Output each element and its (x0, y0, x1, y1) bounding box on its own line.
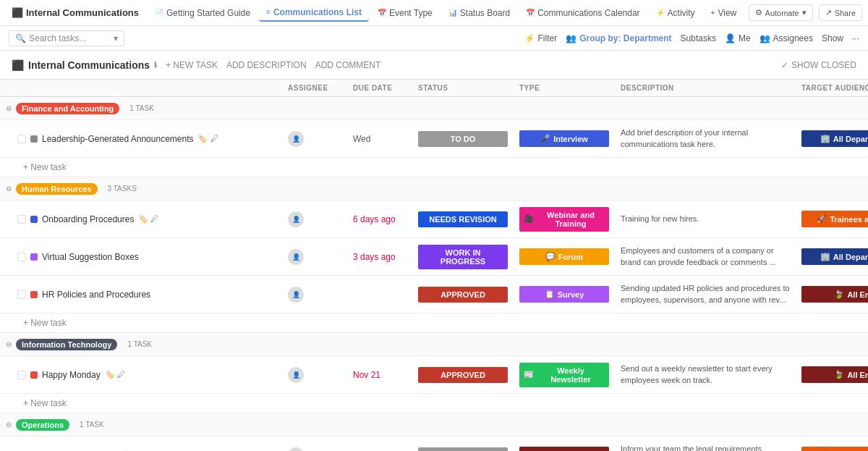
task-type-badge-t5[interactable]: 📰Weekly Newsletter (519, 363, 609, 387)
me-button[interactable]: 👤 Me (725, 33, 751, 43)
task-row-t5[interactable]: Happy Monday 🏷️ 🖊 👤 Nov 21 APPROVED 📰Wee… (0, 356, 868, 394)
new-task-button-finance[interactable]: + New task (0, 158, 868, 177)
main-table: ASSIGNEE DUE DATE STATUS TYPE DESCRIPTIO… (0, 80, 868, 451)
task-color-dot-t3 (30, 253, 38, 261)
task-name-t4[interactable]: HR Policies and Procedures (42, 290, 150, 300)
page-title-text: Internal Communications (28, 59, 150, 71)
nav-tab-icon-list: ≡ (266, 8, 271, 16)
nav-tab-calendar[interactable]: 📅Communications Calendar (519, 5, 647, 21)
task-target-cell-t5: 🍃All Employees (796, 363, 868, 386)
task-row-t2[interactable]: Onboarding Procedures 🏷️ 🖊 👤 6 days ago … (0, 201, 868, 238)
col-type: TYPE (514, 80, 615, 96)
me-label: Me (739, 33, 751, 43)
group-task-count-finance: 1 TASK (129, 104, 154, 112)
task-status-cell-t3: WORK IN PROGRESS (412, 242, 514, 272)
task-target-badge-t4[interactable]: 🍃All Employees (801, 286, 868, 303)
task-description-t1: Add brief description of your internal c… (615, 125, 796, 153)
task-target-cell-t1: 🏢All Department Heads (796, 127, 868, 150)
task-assignee-t1: 👤 (282, 128, 347, 150)
task-name-cell-t6: Legal Requirements 🏷️ 🖊 (0, 447, 282, 452)
show-button[interactable]: Show (822, 33, 843, 43)
task-name-t5[interactable]: Happy Monday (42, 370, 101, 380)
assignees-label: Assignees (773, 33, 813, 43)
nav-tab-icon-view: + (711, 9, 715, 17)
add-description-action[interactable]: ADD DESCRIPTION (226, 60, 307, 70)
more-icon: ··· (852, 33, 859, 43)
task-target-badge-t1[interactable]: 🏢All Department Heads (801, 130, 868, 147)
task-icons-t2: 🏷️ 🖊 (138, 214, 158, 224)
task-checkbox-t3[interactable] (17, 253, 26, 261)
me-icon: 👤 (725, 33, 736, 43)
task-icons-t5: 🏷️ 🖊 (105, 370, 125, 379)
group-collapse-ops[interactable]: ⊖ (6, 421, 12, 429)
nav-tab-label-calendar: Communications Calendar (537, 8, 639, 18)
task-checkbox-t4[interactable] (17, 290, 26, 299)
task-target-badge-t3[interactable]: 🏢All Department Heads (801, 248, 868, 265)
nav-tab-view[interactable]: +View (704, 5, 744, 21)
filter-button[interactable]: ⚡ Filter (524, 33, 558, 43)
add-comment-action[interactable]: ADD COMMENT (315, 60, 381, 70)
show-closed-toggle[interactable]: ✓ SHOW CLOSED (781, 60, 856, 70)
task-type-badge-t3[interactable]: 💬Forum (519, 248, 609, 265)
task-target-badge-t5[interactable]: 🍃All Employees (801, 366, 868, 383)
type-icon-t4: 📋 (545, 290, 555, 299)
task-checkbox-t1[interactable] (17, 135, 26, 143)
task-name-t2[interactable]: Onboarding Procedures (42, 214, 134, 224)
subtasks-label: Subtasks (681, 33, 716, 43)
group-collapse-finance[interactable]: ⊖ (6, 104, 12, 112)
share-button[interactable]: ↗ Share (819, 4, 862, 21)
new-task-action[interactable]: + NEW TASK (166, 60, 218, 70)
task-status-badge-t3[interactable]: WORK IN PROGRESS (418, 245, 508, 269)
more-button[interactable]: ··· (852, 33, 859, 43)
task-color-dot-t1 (30, 135, 38, 143)
group-by-button[interactable]: 👥 Group by: Department (566, 33, 671, 43)
task-checkbox-t5[interactable] (17, 371, 26, 379)
task-row-t3[interactable]: Virtual Suggestion Boxes 👤 3 days ago WO… (0, 238, 868, 276)
group-title-cell-hr: ⊖ Human Resources 3 TASKS (0, 183, 282, 195)
task-target-badge-t6[interactable]: 🚀Trainees and New Hires (801, 447, 868, 451)
nav-tab-status[interactable]: 📊Status Board (441, 5, 517, 21)
task-type-badge-t2[interactable]: 🎥Webinar and Training (519, 207, 609, 232)
task-description-t3: Employees and customers of a company or … (615, 243, 796, 271)
nav-tab-guide[interactable]: 📄Getting Started Guide (148, 5, 258, 21)
task-status-cell-t5: APPROVED (412, 364, 514, 386)
task-type-badge-t1[interactable]: 🎤Interview (519, 130, 609, 147)
group-collapse-it[interactable]: ⊖ (6, 340, 12, 348)
nav-tab-activity[interactable]: ⚡Activity (649, 5, 702, 21)
nav-tab-label-list: Communications List (273, 7, 362, 17)
task-name-t3[interactable]: Virtual Suggestion Boxes (42, 252, 139, 262)
assignees-button[interactable]: 👥 Assignees (760, 33, 813, 43)
automate-label: Automate (765, 9, 799, 17)
automate-button[interactable]: ⚙ Automate ▾ (749, 4, 813, 21)
task-due-date-t3: 3 days ago (347, 249, 412, 265)
task-type-cell-t4: 📋Survey (514, 283, 615, 305)
task-checkbox-t2[interactable] (17, 215, 26, 224)
nav-tab-event[interactable]: 📅Event Type (370, 5, 440, 21)
task-status-badge-t5[interactable]: APPROVED (418, 367, 508, 383)
subtasks-button[interactable]: Subtasks (681, 33, 716, 43)
task-row-t6[interactable]: Legal Requirements 🏷️ 🖊 👤 Fri TO DO ✉️Em… (0, 437, 868, 451)
show-closed-label: SHOW CLOSED (791, 60, 856, 70)
task-target-badge-t2[interactable]: 🚀Trainees and New Hires (801, 211, 868, 227)
nav-tab-list[interactable]: ≡Communications List (259, 4, 369, 22)
task-status-badge-t4[interactable]: APPROVED (418, 287, 508, 303)
assignee-avatar-t1: 👤 (288, 131, 304, 147)
task-row-t1[interactable]: Leadership-Generated Announcements 🏷️ 🖊 … (0, 120, 868, 158)
task-status-badge-t1[interactable]: TO DO (418, 131, 508, 147)
task-type-badge-t4[interactable]: 📋Survey (519, 286, 609, 303)
task-due-date-t2: 6 days ago (347, 211, 412, 227)
new-task-button-hr[interactable]: + New task (0, 313, 868, 333)
toolbar-right: ⚡ Filter 👥 Group by: Department Subtasks… (524, 33, 859, 43)
task-status-badge-t6[interactable]: TO DO (418, 447, 508, 452)
nav-tab-label-activity: Activity (668, 8, 695, 18)
search-box[interactable]: 🔍 Search tasks... ▾ (9, 30, 124, 46)
task-status-badge-t2[interactable]: NEEDS REVISION (418, 211, 508, 227)
check-icon: ✓ (781, 60, 788, 70)
task-name-t1[interactable]: Leadership-Generated Announcements (42, 134, 193, 144)
new-task-button-it[interactable]: + New task (0, 394, 868, 413)
col-name (0, 80, 282, 96)
task-row-t4[interactable]: HR Policies and Procedures 👤 APPROVED 📋S… (0, 276, 868, 313)
filter-icon: ⚡ (524, 33, 535, 43)
task-type-badge-t6[interactable]: ✉️Email (519, 447, 609, 451)
group-collapse-hr[interactable]: ⊖ (6, 185, 12, 193)
